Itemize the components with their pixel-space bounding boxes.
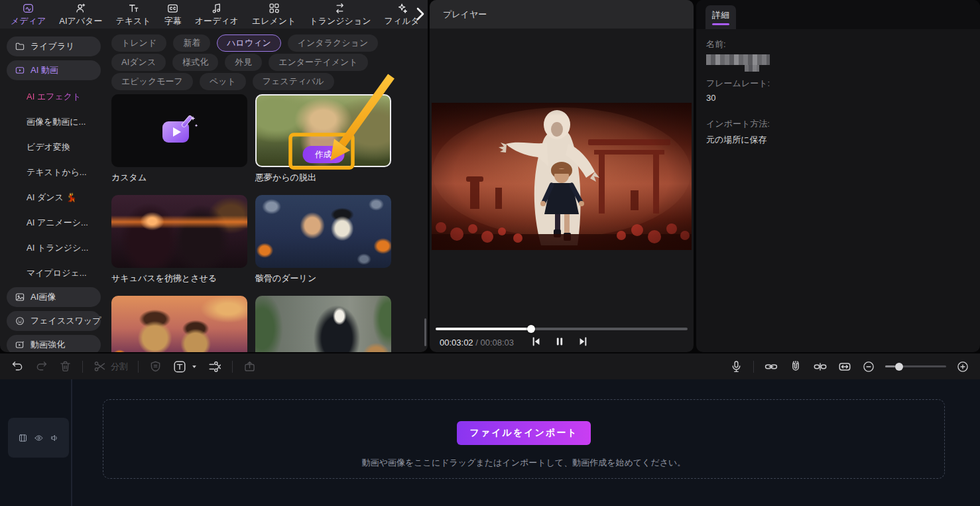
- sidebar-subitem[interactable]: テキストから...: [27, 160, 101, 185]
- sidebar-subitem[interactable]: 画像を動画に...: [27, 109, 101, 135]
- sidebar-subitem[interactable]: ビデオ変換: [27, 135, 101, 160]
- template-card-ghostface[interactable]: [255, 296, 391, 352]
- sidebar-item-ai-video[interactable]: AI 動画: [7, 60, 101, 80]
- track-header-controls: [8, 418, 69, 458]
- export-clip-button[interactable]: [243, 359, 257, 373]
- template-card-custom[interactable]: カスタム: [111, 94, 247, 184]
- player-progress-bar[interactable]: [436, 328, 688, 330]
- category-chip[interactable]: エピックモーフ: [111, 73, 193, 90]
- sidebar-item-face-swap[interactable]: フェイススワップ: [7, 311, 101, 331]
- template-card-dolls[interactable]: [111, 296, 247, 352]
- sidebar-item-label: ライブラリ: [31, 40, 75, 52]
- timeline-track-divider: [71, 379, 72, 506]
- card-art: [255, 296, 391, 352]
- timeline-area: ファイルをインポート 動画や画像をここにドラッグまたはインポートして、動画作成を…: [0, 379, 980, 506]
- card-art: [255, 195, 391, 268]
- tab-label: オーディオ: [195, 15, 239, 27]
- track-mute-toggle[interactable]: [50, 433, 60, 443]
- template-card-succubus[interactable]: サキュバスを彷彿とさせる: [111, 195, 247, 285]
- tab-elements[interactable]: エレメント: [245, 0, 303, 29]
- sidebar-item-video-enhance[interactable]: 動画強化: [7, 335, 101, 352]
- split-label: 分割: [111, 361, 128, 373]
- zoom-in-button[interactable]: [956, 360, 969, 373]
- tabbar-overflow-chevron-icon[interactable]: [415, 5, 426, 23]
- category-chip[interactable]: インタラクション: [288, 34, 378, 52]
- player-video-preview[interactable]: [432, 103, 692, 250]
- tab-transitions[interactable]: トランジション: [302, 0, 377, 29]
- tab-details[interactable]: 詳細: [705, 5, 736, 29]
- captions-icon: [166, 2, 179, 15]
- pause-button[interactable]: [553, 335, 566, 348]
- category-chip[interactable]: 新着: [173, 34, 210, 52]
- marker-button[interactable]: [149, 359, 162, 373]
- tab-media[interactable]: メディア: [4, 0, 52, 29]
- undo-button[interactable]: [11, 359, 25, 373]
- tab-captions[interactable]: 字幕: [158, 0, 188, 29]
- category-chip[interactable]: フェスティバル: [253, 73, 334, 90]
- sidebar-item-ai-image[interactable]: AI画像: [7, 287, 101, 307]
- sidebar-subitem[interactable]: マイプロジェ...: [27, 261, 101, 286]
- filters-icon: [396, 2, 408, 15]
- voiceover-button[interactable]: [729, 359, 743, 373]
- sidebar-subitems: AI エフェクト画像を動画に...ビデオ変換テキストから...AI ダンス 💃A…: [27, 84, 101, 286]
- card-label: カスタム: [111, 172, 247, 184]
- category-chip[interactable]: ハロウィン: [217, 34, 281, 52]
- eye-icon: [34, 433, 44, 443]
- toolbar-divider: [753, 361, 754, 373]
- category-chip[interactable]: 外見: [225, 54, 262, 71]
- redo-button[interactable]: [34, 359, 48, 373]
- media-icon: [22, 2, 34, 15]
- filmstrip-icon: [18, 433, 28, 443]
- category-chip[interactable]: AIダンス: [111, 54, 166, 71]
- category-chips: トレンド新着ハロウィンインタラクションAIダンス様式化外見エンターテイメントエピ…: [111, 34, 428, 90]
- sidebar-subitem[interactable]: AI トランジシ...: [27, 235, 101, 261]
- tab-text[interactable]: テキスト: [109, 0, 157, 29]
- timeline-zoom-slider[interactable]: [885, 365, 946, 367]
- import-method-label: インポート方法:: [706, 118, 770, 130]
- quick-split-button[interactable]: [208, 359, 222, 374]
- split-button[interactable]: 分割: [93, 359, 128, 373]
- custom-video-icon: [158, 112, 201, 149]
- text-tool-button[interactable]: [172, 359, 198, 374]
- tab-audio[interactable]: オーディオ: [188, 0, 245, 29]
- zoom-slider-knob[interactable]: [895, 363, 903, 371]
- category-chip[interactable]: エンターテイメント: [269, 54, 367, 71]
- toolbar-divider: [138, 361, 139, 373]
- timeline-dropzone[interactable]: ファイルをインポート 動画や画像をここにドラッグまたはインポートして、動画作成を…: [103, 399, 945, 479]
- next-frame-button[interactable]: [577, 335, 590, 348]
- text-icon: [127, 2, 140, 15]
- sidebar-subitem[interactable]: AI アニメーシ...: [27, 210, 101, 235]
- track-visibility-toggle[interactable]: [34, 433, 44, 443]
- track-thumbnail-toggle[interactable]: [18, 433, 28, 443]
- sidebar-item-library[interactable]: ライブラリ: [7, 36, 101, 56]
- unlink-clips-button[interactable]: [813, 359, 827, 374]
- previous-frame-button[interactable]: [529, 335, 542, 348]
- zoom-in-icon: [956, 360, 969, 373]
- video-enhance-icon: [15, 340, 25, 350]
- editing-toolbar: 分割: [0, 353, 980, 379]
- snap-magnet-button[interactable]: [788, 359, 803, 374]
- template-card-nightmare-escape[interactable]: 作成 悪夢からの脱出: [255, 94, 391, 184]
- tab-label: トランジション: [309, 15, 371, 27]
- video-frame-art: [432, 103, 692, 250]
- sidebar-subitem[interactable]: AI ダンス 💃: [27, 185, 101, 210]
- zoom-out-button[interactable]: [862, 360, 875, 373]
- template-card-skeleton-darling[interactable]: 骸骨のダーリン: [255, 195, 391, 285]
- delete-button[interactable]: [58, 359, 72, 373]
- card-label: サキュバスを彷彿とさせる: [111, 273, 247, 285]
- media-scrollbar-thumb[interactable]: [424, 318, 426, 346]
- sidebar-item-label: AI 動画: [31, 64, 58, 76]
- link-clips-button[interactable]: [764, 359, 778, 374]
- zoom-slider-fill: [885, 365, 895, 367]
- category-chip[interactable]: ペット: [200, 73, 246, 90]
- fit-timeline-button[interactable]: [837, 359, 852, 374]
- tab-ai-avatar[interactable]: AIアバター: [52, 0, 109, 29]
- player-progress-knob[interactable]: [527, 325, 535, 333]
- category-chip[interactable]: トレンド: [111, 34, 166, 52]
- sidebar-subitem[interactable]: AI エフェクト: [27, 84, 101, 109]
- create-button[interactable]: 作成: [302, 146, 344, 163]
- sidebar-item-label: フェイススワップ: [31, 315, 101, 327]
- export-box-icon: [243, 359, 257, 373]
- category-chip[interactable]: 様式化: [172, 54, 218, 71]
- import-files-button[interactable]: ファイルをインポート: [457, 421, 591, 445]
